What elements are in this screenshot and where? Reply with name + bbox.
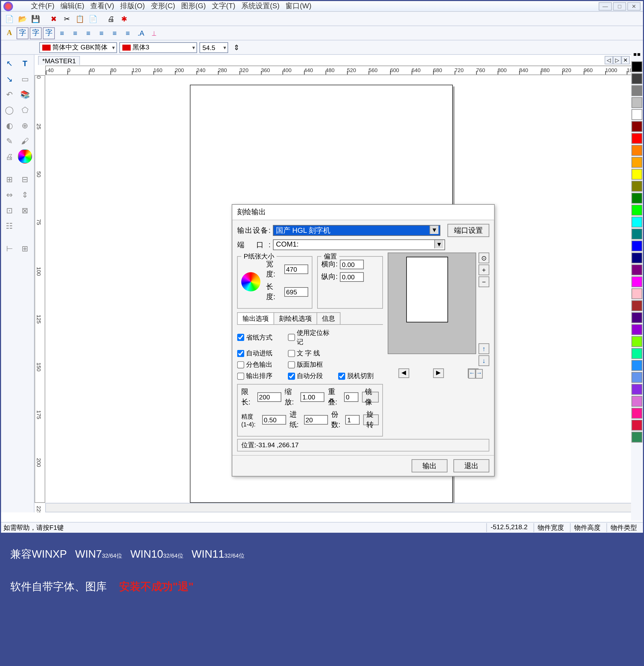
color-swatch[interactable] xyxy=(632,145,642,156)
font-a-icon[interactable]: A xyxy=(3,27,15,39)
grid-icon[interactable]: ⊞ xyxy=(18,241,32,256)
color-swatch[interactable] xyxy=(632,324,642,335)
color-swatch[interactable] xyxy=(632,300,642,311)
port-settings-button[interactable]: 端口设置 xyxy=(447,224,489,237)
tab-output-options[interactable]: 输出选项 xyxy=(237,312,274,324)
color-swatch[interactable] xyxy=(632,133,642,144)
nudge-right-icon[interactable]: → xyxy=(476,369,483,379)
color-swatch[interactable] xyxy=(632,241,642,251)
new-icon[interactable]: 📄 xyxy=(3,13,15,25)
color-swatch[interactable] xyxy=(632,408,642,419)
shape-tool[interactable]: ◐ xyxy=(2,118,17,133)
width-input[interactable] xyxy=(284,264,308,274)
text-style-3[interactable]: 字 xyxy=(43,27,55,39)
library-icon[interactable]: 📚 xyxy=(18,87,32,102)
text-style-1[interactable]: 字 xyxy=(17,27,29,39)
close-button[interactable]: ✕ xyxy=(627,2,641,10)
distribute-v-icon[interactable]: ⇕ xyxy=(18,188,32,202)
device-combo[interactable]: 国产 HGL 刻字机 xyxy=(273,225,440,236)
tab-prev-icon[interactable]: ◁ xyxy=(605,56,613,65)
plot-icon[interactable]: ✱ xyxy=(118,13,130,25)
scale-input[interactable] xyxy=(301,392,325,402)
menu-shape[interactable]: 图形(G) xyxy=(181,1,206,11)
tab-next-icon[interactable]: ▷ xyxy=(613,56,622,65)
color-swatch[interactable] xyxy=(632,288,642,299)
color-swatch[interactable] xyxy=(632,432,642,442)
overlap-input[interactable] xyxy=(344,392,359,402)
group-icon[interactable]: ⊡ xyxy=(2,203,17,217)
align-center-icon[interactable]: ≡ xyxy=(69,27,81,39)
color-swatch[interactable] xyxy=(632,157,642,168)
font-family-1-combo[interactable]: 简体中文 GBK简体 xyxy=(39,42,117,53)
color-swatch[interactable] xyxy=(632,312,642,323)
tab-plotter-options[interactable]: 刻绘机选项 xyxy=(274,312,317,324)
color-swatch[interactable] xyxy=(632,217,642,227)
zoom-in-icon[interactable]: + xyxy=(478,264,489,275)
tab-close-icon[interactable]: ✕ xyxy=(621,56,630,65)
check-auto-segment[interactable]: 自动分段 xyxy=(288,371,332,381)
align-tool-2[interactable]: ⊟ xyxy=(18,172,32,186)
zoom-fit-icon[interactable]: ⊙ xyxy=(478,252,489,263)
port-combo[interactable]: COM1: xyxy=(273,239,445,250)
ungroup-icon[interactable]: ⊠ xyxy=(18,203,32,217)
ellipse-tool[interactable]: ◯ xyxy=(2,103,17,117)
align-right-icon[interactable]: ≡ xyxy=(82,27,94,39)
close-doc-icon[interactable]: ✖ xyxy=(48,13,59,25)
color-swatch[interactable] xyxy=(632,121,642,132)
palette-scroll-up-icon[interactable]: ▪▪ xyxy=(631,51,643,61)
order-icon[interactable]: ☷ xyxy=(2,218,17,233)
open-icon[interactable]: 📂 xyxy=(17,13,29,25)
font-size-combo[interactable]: 54.5 xyxy=(199,42,228,53)
align-left-icon[interactable]: ≡ xyxy=(56,27,68,39)
font-size-spinner[interactable]: ⇕ xyxy=(231,41,243,53)
undo-icon[interactable]: ↶ xyxy=(2,87,17,102)
align-top-icon[interactable]: ≡ xyxy=(109,27,121,39)
copies-input[interactable] xyxy=(345,415,360,424)
output-button[interactable]: 输出 xyxy=(412,459,447,472)
color-swatch[interactable] xyxy=(632,252,642,263)
color-swatch[interactable] xyxy=(632,193,642,204)
length-input[interactable] xyxy=(284,287,308,297)
check-text-line[interactable]: 文 字 线 xyxy=(288,349,332,358)
align-justify-icon[interactable]: ≡ xyxy=(95,27,107,39)
vertical-text-icon[interactable]: ⟂ xyxy=(148,27,160,39)
save-icon[interactable]: 💾 xyxy=(30,13,41,25)
check-auto-feed[interactable]: 自动进纸 xyxy=(237,349,282,358)
check-use-marks[interactable]: 使用定位标记 xyxy=(288,328,332,346)
color-swatch[interactable] xyxy=(632,396,642,407)
menu-transform[interactable]: 变形(C) xyxy=(151,1,175,11)
node-edit-tool[interactable]: ↘ xyxy=(2,71,17,86)
check-offline-cut[interactable]: 脱机切割 xyxy=(338,371,383,381)
color-swatch[interactable] xyxy=(632,169,642,180)
pan-up-icon[interactable]: ↑ xyxy=(478,344,489,354)
align-bottom-icon[interactable]: ≡ xyxy=(122,27,134,39)
exit-button[interactable]: 退出 xyxy=(453,459,489,472)
text-style-2[interactable]: 字 xyxy=(30,27,41,39)
brush-tool[interactable]: 🖌 xyxy=(18,134,32,148)
color-swatch[interactable] xyxy=(632,85,642,96)
freehand-tool[interactable]: ✎ xyxy=(2,134,17,148)
color-swatch[interactable] xyxy=(632,264,642,275)
precision-input[interactable] xyxy=(262,415,286,424)
offset-h-input[interactable] xyxy=(340,259,364,269)
colorwheel-icon[interactable] xyxy=(18,149,32,163)
color-swatch[interactable] xyxy=(632,420,642,431)
cut-icon[interactable]: ✂ xyxy=(61,13,73,25)
check-save-paper[interactable]: 省纸方式 xyxy=(237,328,282,346)
nudge-left-icon[interactable]: ← xyxy=(468,369,476,379)
check-page-frame[interactable]: 版面加框 xyxy=(288,360,332,369)
weld-icon[interactable]: ⊕ xyxy=(18,118,32,133)
text-tool[interactable]: T xyxy=(18,56,32,70)
maximize-button[interactable]: □ xyxy=(613,2,626,10)
color-swatch[interactable] xyxy=(632,109,642,120)
pan-left-icon[interactable]: ◀ xyxy=(399,369,409,378)
pan-right-icon[interactable]: ▶ xyxy=(433,369,444,378)
color-swatch[interactable] xyxy=(632,336,642,347)
polygon-tool[interactable]: ⬠ xyxy=(18,103,32,117)
color-swatch[interactable] xyxy=(632,205,642,215)
dot-a-icon[interactable]: .A xyxy=(135,27,147,39)
paste-icon[interactable]: 📄 xyxy=(87,13,99,25)
color-swatch[interactable] xyxy=(632,348,642,359)
feed-input[interactable] xyxy=(304,415,328,424)
color-swatch[interactable] xyxy=(632,73,642,84)
